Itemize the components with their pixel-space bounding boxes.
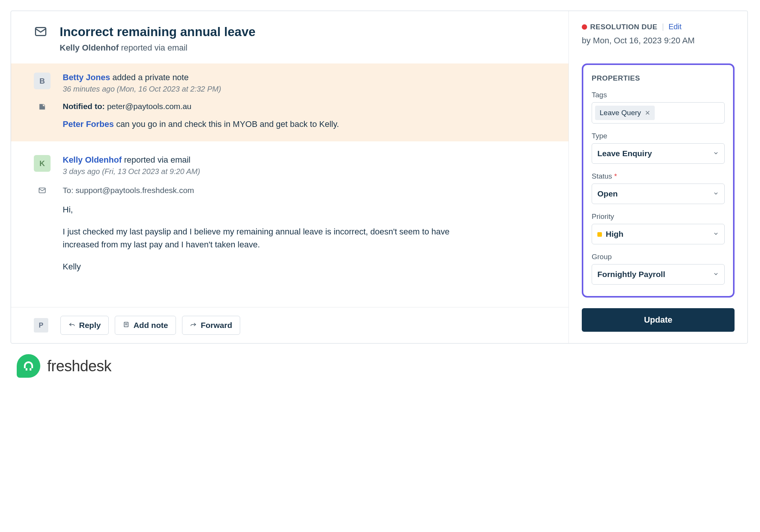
ticket-title: Incorrect remaining annual leave <box>60 25 255 39</box>
properties-title: PROPERTIES <box>592 74 725 82</box>
msg-timestamp: 3 days ago (Fri, 13 Oct 2023 at 9:20 AM) <box>63 167 553 176</box>
current-user-avatar: P <box>34 318 48 332</box>
add-note-button[interactable]: Add note <box>115 316 176 335</box>
reply-button[interactable]: Reply <box>60 316 109 335</box>
group-select[interactable]: Fornightly Payroll <box>592 264 725 285</box>
resolution-edit-link[interactable]: Edit <box>668 22 681 31</box>
status-select[interactable]: Open <box>592 184 725 204</box>
ticket-header: Incorrect remaining annual leave Kelly O… <box>11 11 568 63</box>
email-message: K Kelly Oldenhof reported via email 3 da… <box>11 141 568 292</box>
tag-chip: Leave Query ✕ <box>595 106 655 120</box>
update-button[interactable]: Update <box>582 308 735 332</box>
forward-button[interactable]: Forward <box>182 316 240 335</box>
status-dot-icon <box>582 24 587 30</box>
note-add-icon <box>123 321 130 330</box>
note-mention-link[interactable]: Peter Forbes <box>63 119 114 129</box>
reply-icon <box>68 321 75 330</box>
tags-field: Tags Leave Query ✕ <box>592 91 725 124</box>
tag-remove-icon[interactable]: ✕ <box>645 109 650 117</box>
freshdesk-logo-icon <box>17 354 40 378</box>
msg-header-line: Kelly Oldenhof reported via email <box>63 155 553 165</box>
msg-body-text: Hi, I just checked my last payslip and I… <box>63 203 481 273</box>
mail-small-icon <box>34 186 51 195</box>
note-icon <box>34 102 51 111</box>
properties-panel: PROPERTIES Tags Leave Query ✕ Type Leave… <box>582 63 735 298</box>
brand-footer: freshdesk <box>17 354 748 378</box>
action-bar: P Reply Add note Forward <box>11 307 568 343</box>
note-body: Peter Forbes can you go in and check thi… <box>63 119 553 129</box>
mail-icon <box>34 25 48 40</box>
resolution-row: RESOLUTION DUE | Edit <box>582 22 735 31</box>
type-select[interactable]: Leave Enquiry <box>592 143 725 164</box>
brand-name: freshdesk <box>47 358 111 375</box>
priority-indicator-icon <box>597 232 602 237</box>
note-timestamp: 36 minutes ago (Mon, 16 Oct 2023 at 2:32… <box>63 85 553 93</box>
chevron-down-icon <box>713 189 719 198</box>
private-note: B Betty Jones added a private note 36 mi… <box>11 63 568 141</box>
chevron-down-icon <box>713 270 719 279</box>
ticket-sidebar: RESOLUTION DUE | Edit by Mon, Oct 16, 20… <box>569 11 747 343</box>
note-author-link[interactable]: Betty Jones <box>63 73 110 82</box>
msg-avatar: K <box>34 155 51 172</box>
group-field: Group Fornightly Payroll <box>592 253 725 285</box>
type-field: Type Leave Enquiry <box>592 132 725 164</box>
note-header-line: Betty Jones added a private note <box>63 73 553 82</box>
notified-to: Notified to: peter@paytools.com.au <box>63 102 192 111</box>
ticket-subtitle: Kelly Oldenhof reported via email <box>60 43 255 53</box>
chevron-down-icon <box>713 230 719 239</box>
resolution-due-date: by Mon, Oct 16, 2023 9:20 AM <box>582 34 735 47</box>
to-line: To: support@paytools.freshdesk.com <box>63 186 194 195</box>
tags-input[interactable]: Leave Query ✕ <box>592 102 725 124</box>
msg-author-link[interactable]: Kelly Oldenhof <box>63 155 122 165</box>
note-avatar: B <box>34 73 51 89</box>
priority-select[interactable]: High <box>592 224 725 244</box>
forward-icon <box>190 321 197 330</box>
chevron-down-icon <box>713 149 719 158</box>
ticket-main: Incorrect remaining annual leave Kelly O… <box>11 11 569 343</box>
priority-field: Priority High <box>592 212 725 244</box>
ticket-card: Incorrect remaining annual leave Kelly O… <box>11 11 748 344</box>
status-field: Status * Open <box>592 172 725 204</box>
